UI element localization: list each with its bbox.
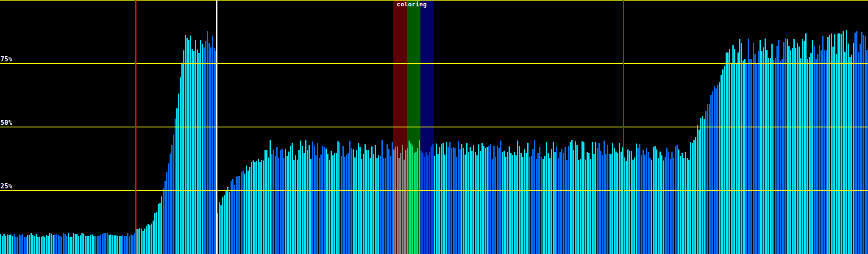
- bar-cyan: [141, 229, 142, 254]
- bar-red: [403, 160, 405, 254]
- bar-blue: [346, 155, 347, 254]
- bar-cyan: [702, 116, 703, 254]
- bar-cyan: [504, 151, 505, 254]
- bar-cyan: [510, 153, 512, 254]
- bar-cyan: [219, 202, 220, 254]
- bar-cyan: [505, 157, 506, 254]
- bar-cyan: [370, 158, 371, 254]
- bar-blue: [312, 141, 313, 254]
- bar-blue: [454, 148, 456, 254]
- bar-green: [415, 152, 417, 254]
- bar-cyan: [581, 141, 583, 254]
- bar-blue: [105, 233, 106, 254]
- bar-cyan: [8, 235, 10, 254]
- bar-blue: [424, 157, 425, 254]
- bar-blue: [15, 237, 17, 254]
- bar-cyan: [795, 48, 796, 254]
- bar-cyan: [142, 231, 144, 254]
- bar-green: [410, 144, 412, 254]
- axis-label-75: 75%: [0, 56, 12, 63]
- bar-blue: [209, 43, 210, 254]
- bar-cyan: [590, 159, 591, 254]
- bar-blue: [212, 36, 213, 254]
- bar-blue: [122, 235, 123, 254]
- bar-cyan: [617, 153, 618, 254]
- bar-blue: [746, 64, 747, 254]
- bar-cyan: [743, 61, 744, 254]
- bar-cyan: [765, 39, 766, 254]
- bar-cyan: [461, 144, 462, 254]
- bar-cyan: [575, 141, 576, 254]
- bar-cyan: [654, 146, 656, 254]
- bar-blue: [102, 234, 103, 254]
- bar-cyan: [797, 43, 798, 254]
- bar-blue: [173, 135, 174, 254]
- bar-cyan: [7, 235, 8, 254]
- bar-cyan: [261, 160, 262, 254]
- bar-blue: [349, 141, 351, 254]
- bar-blue: [780, 61, 781, 254]
- bar-cyan: [264, 150, 266, 254]
- bar-cyan: [692, 143, 693, 254]
- bar-blue: [861, 32, 862, 254]
- bar-cyan: [71, 237, 72, 254]
- bar-cyan: [81, 233, 83, 254]
- bar-cyan: [437, 154, 439, 254]
- bar-blue: [639, 144, 640, 254]
- bar-cyan: [853, 43, 854, 254]
- bar-red: [395, 146, 396, 254]
- bar-blue: [432, 144, 434, 254]
- bar-blue: [641, 155, 642, 254]
- bar-cyan: [573, 150, 574, 254]
- bar-cyan: [227, 187, 228, 254]
- bar-cyan: [770, 58, 771, 254]
- bar-cyan: [468, 152, 469, 254]
- bar-cyan: [849, 57, 851, 254]
- bar-cyan: [2, 236, 3, 254]
- bar-cyan: [376, 158, 378, 254]
- bar-blue: [856, 31, 857, 254]
- bar-cyan: [244, 174, 245, 254]
- bar-cyan: [254, 162, 256, 254]
- bar-green: [412, 146, 413, 254]
- bar-blue: [817, 54, 818, 254]
- bar-blue: [754, 54, 756, 254]
- bar-cyan: [517, 141, 518, 254]
- bar-blue: [351, 148, 352, 254]
- bar-cyan: [836, 54, 837, 254]
- bar-blue: [675, 146, 676, 254]
- bar-blue: [536, 159, 537, 254]
- bar-cyan: [441, 144, 442, 254]
- bar-blue: [25, 237, 27, 254]
- bar-blue: [710, 95, 712, 254]
- bar-blue: [124, 236, 125, 254]
- bar-cyan: [812, 40, 813, 254]
- bar-blue: [668, 152, 669, 254]
- bar-blue: [237, 176, 239, 254]
- bar-cyan: [44, 237, 45, 254]
- bar-cyan: [251, 162, 252, 254]
- bar-blue: [824, 50, 825, 254]
- bar-cyan: [356, 150, 357, 254]
- bar-blue: [341, 156, 342, 254]
- bar-cyan: [522, 157, 523, 254]
- bar-blue: [756, 64, 757, 254]
- bar-blue: [532, 149, 534, 254]
- bar-blue: [392, 142, 393, 254]
- bar-blue: [448, 147, 449, 254]
- bar-cyan: [476, 155, 478, 254]
- bar-blue: [537, 153, 539, 254]
- bar-cyan: [695, 137, 696, 254]
- bar-blue: [315, 155, 317, 254]
- bar-cyan: [463, 148, 464, 254]
- bar-red: [405, 150, 406, 254]
- bar-cyan: [548, 153, 549, 254]
- bar-cyan: [656, 149, 657, 254]
- bar-blue: [95, 236, 96, 254]
- bar-cyan: [114, 235, 115, 254]
- bar-cyan: [192, 49, 193, 254]
- bar-cyan: [332, 155, 334, 254]
- chart-title: coloring: [397, 1, 427, 8]
- bar-blue: [314, 146, 315, 254]
- bar-cyan: [809, 57, 810, 254]
